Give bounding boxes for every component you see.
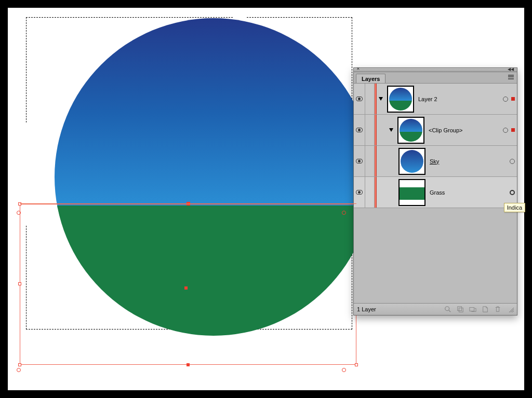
layer-row[interactable]: Layer 2 xyxy=(354,84,517,115)
panel-menu-icon[interactable] xyxy=(508,74,514,80)
eye-icon xyxy=(356,190,363,195)
lock-toggle[interactable] xyxy=(365,177,375,208)
selection-edge-handle[interactable] xyxy=(187,363,190,366)
eye-icon xyxy=(356,159,363,163)
tab-label: Layers xyxy=(362,76,380,82)
visibility-toggle[interactable] xyxy=(354,146,365,176)
panel-tab-bar: Layers xyxy=(354,72,517,84)
layer-thumbnail[interactable] xyxy=(397,117,424,144)
svg-rect-2 xyxy=(458,307,462,311)
layer-color-strip xyxy=(375,177,377,208)
svg-rect-4 xyxy=(470,308,474,311)
selection-target-ring[interactable] xyxy=(342,211,346,215)
tooltip: Indica xyxy=(504,203,525,212)
tab-layers[interactable]: Layers xyxy=(356,74,385,83)
selection-corner-handle[interactable] xyxy=(18,202,21,205)
panel-footer: 1 Layer xyxy=(354,303,517,315)
panel-collapse-icon[interactable]: ◀◀ xyxy=(508,67,514,72)
panel-close-icon[interactable]: ✕ xyxy=(356,66,360,71)
selection-corner-handle[interactable] xyxy=(355,363,358,366)
target-icon[interactable] xyxy=(510,159,515,164)
selection-corner-handle[interactable] xyxy=(18,363,21,366)
layer-name-label[interactable]: Sky xyxy=(430,158,517,164)
panel-titlebar[interactable]: ✕ ◀◀ xyxy=(354,68,517,72)
app-frame: ✕ ◀◀ Layers Layer 2 xyxy=(0,0,532,398)
layer-row[interactable]: Grass xyxy=(354,177,517,208)
layer-row[interactable]: <Clip Group> xyxy=(354,115,517,146)
selection-color-indicator[interactable] xyxy=(511,97,515,101)
target-icon[interactable] xyxy=(503,128,508,133)
layer-thumbnail[interactable] xyxy=(398,148,425,175)
layer-color-strip xyxy=(375,146,377,176)
layer-row[interactable]: Sky xyxy=(354,146,517,177)
lock-toggle[interactable] xyxy=(365,146,375,176)
selection-color-indicator[interactable] xyxy=(511,128,515,132)
target-icon[interactable] xyxy=(510,190,515,195)
selection-target-ring[interactable] xyxy=(17,211,21,215)
selection-bounding-box[interactable] xyxy=(20,204,356,365)
layer-thumbnail[interactable] xyxy=(387,86,414,113)
eye-icon xyxy=(356,97,363,101)
layers-panel[interactable]: ✕ ◀◀ Layers Layer 2 xyxy=(353,67,517,315)
lock-toggle[interactable] xyxy=(365,84,375,114)
selection-edge-handle[interactable] xyxy=(18,282,21,285)
layers-list[interactable]: Layer 2 <Clip Group> xyxy=(354,84,517,303)
selection-target-ring[interactable] xyxy=(17,368,21,372)
layer-name-label[interactable]: Grass xyxy=(430,189,517,196)
layer-name-label[interactable]: Layer 2 xyxy=(418,96,517,102)
eye-icon xyxy=(356,128,363,132)
selection-target-ring[interactable] xyxy=(342,368,346,372)
visibility-toggle[interactable] xyxy=(354,84,365,114)
layer-thumbnail[interactable] xyxy=(398,179,425,206)
delete-layer-icon[interactable] xyxy=(494,306,501,313)
visibility-toggle[interactable] xyxy=(354,115,365,145)
disclosure-triangle-icon[interactable] xyxy=(389,128,393,132)
new-layer-icon[interactable] xyxy=(482,306,489,313)
layer-color-strip xyxy=(375,84,377,114)
svg-rect-3 xyxy=(459,308,463,312)
svg-point-0 xyxy=(445,307,449,311)
svg-line-1 xyxy=(449,310,451,312)
tooltip-text: Indica xyxy=(507,204,522,211)
panel-resize-grip[interactable] xyxy=(508,306,514,312)
make-clipping-mask-icon[interactable] xyxy=(457,306,464,313)
target-icon[interactable] xyxy=(503,97,508,102)
create-sublayer-icon[interactable] xyxy=(469,306,476,313)
locate-object-icon[interactable] xyxy=(444,306,451,313)
layer-count-label: 1 Layer xyxy=(357,306,438,312)
lock-toggle[interactable] xyxy=(365,115,375,145)
disclosure-triangle-icon[interactable] xyxy=(379,97,383,101)
selection-edge xyxy=(20,203,356,204)
layer-color-strip xyxy=(375,115,377,145)
